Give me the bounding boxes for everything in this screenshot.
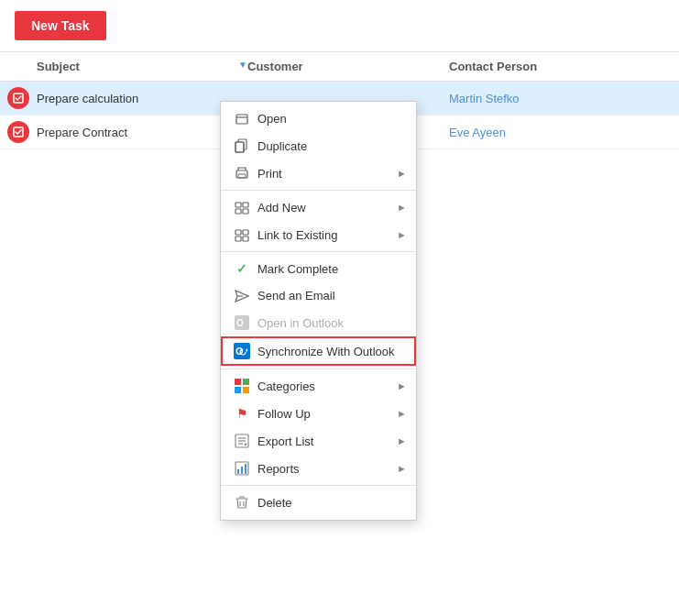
new-task-button[interactable]: New Task <box>15 11 106 40</box>
menu-item-categories[interactable]: Categories ► <box>221 372 416 400</box>
arrow-icon: ► <box>397 168 407 179</box>
menu-label-reports: Reports <box>257 462 300 476</box>
arrow-icon: ► <box>397 463 407 474</box>
row-contact-1: Martin Stefko <box>449 92 679 105</box>
categories-icon <box>234 379 250 393</box>
task-status-icon <box>7 87 29 109</box>
menu-label-delete: Delete <box>257 496 292 510</box>
menu-label-sync-outlook: Synchronize With Outlook <box>257 345 395 358</box>
icon-col-header <box>0 60 37 73</box>
menu-separator <box>221 190 416 191</box>
open-icon <box>234 113 250 126</box>
svg-rect-30 <box>245 464 246 474</box>
arrow-icon: ► <box>397 408 407 419</box>
row-contact-2: Eve Ayeen <box>449 126 679 139</box>
menu-item-print[interactable]: Print ► <box>221 160 416 187</box>
menu-item-mark-complete[interactable]: ✓ Mark Complete <box>221 255 416 282</box>
link-icon <box>234 227 250 242</box>
svg-rect-11 <box>243 209 248 214</box>
arrow-icon: ► <box>397 380 407 391</box>
menu-label-mark-complete: Mark Complete <box>257 262 338 276</box>
arrow-icon: ► <box>397 229 407 240</box>
svg-text:O: O <box>236 318 244 328</box>
svg-rect-29 <box>241 467 243 474</box>
addnew-icon <box>234 200 250 214</box>
export-list-icon <box>234 434 250 448</box>
customer-col-header: Customer <box>247 60 449 73</box>
menu-item-follow-up[interactable]: ⚑ Follow Up ► <box>221 400 416 427</box>
menu-separator <box>221 485 416 486</box>
row-icon-1 <box>0 87 37 109</box>
subject-col-header[interactable]: Subject <box>37 60 247 73</box>
menu-item-open[interactable]: Open <box>221 105 416 132</box>
row-icon-2 <box>0 121 37 143</box>
contact-col-header: Contact Person <box>449 60 679 73</box>
svg-rect-10 <box>235 209 241 214</box>
menu-label-add-new: Add New <box>257 201 306 214</box>
svg-rect-7 <box>238 174 246 178</box>
arrow-icon: ► <box>397 202 407 213</box>
menu-item-delete[interactable]: Delete <box>221 489 416 516</box>
menu-label-send-email: Send an Email <box>257 289 335 302</box>
menu-label-print: Print <box>257 167 282 181</box>
menu-item-duplicate[interactable]: Duplicate <box>221 132 416 160</box>
reports-icon <box>234 461 250 476</box>
menu-separator <box>221 368 416 369</box>
menu-label-follow-up: Follow Up <box>257 407 311 421</box>
arrow-icon: ► <box>397 435 407 446</box>
send-email-icon <box>234 290 250 302</box>
svg-rect-2 <box>236 115 247 124</box>
svg-rect-8 <box>235 203 241 207</box>
duplicate-icon <box>234 138 250 153</box>
menu-item-add-new[interactable]: Add New ► <box>221 193 416 221</box>
menu-label-duplicate: Duplicate <box>257 139 307 153</box>
svg-rect-12 <box>235 230 241 235</box>
row-subject-2: Prepare Contract <box>37 126 247 139</box>
sync-outlook-icon: O <box>234 343 250 359</box>
contact-link-2[interactable]: Eve Ayeen <box>449 126 506 139</box>
top-bar: New Task <box>0 0 679 52</box>
menu-item-link-existing[interactable]: Link to Existing ► <box>221 221 416 248</box>
menu-item-send-email[interactable]: Send an Email <box>221 282 416 309</box>
svg-rect-4 <box>235 142 244 152</box>
svg-rect-9 <box>243 203 248 207</box>
task-status-icon <box>7 121 29 143</box>
row-subject-1: Prepare calculation <box>37 92 247 105</box>
menu-item-sync-outlook[interactable]: O Synchronize With Outlook <box>221 336 416 366</box>
menu-item-open-outlook[interactable]: O Open in Outlook <box>221 309 416 336</box>
menu-item-export-list[interactable]: Export List ► <box>221 427 416 455</box>
print-icon <box>234 166 250 181</box>
check-icon: ✓ <box>234 261 250 276</box>
open-outlook-icon: O <box>234 315 250 330</box>
menu-label-open: Open <box>257 112 287 126</box>
menu-label-open-outlook: Open in Outlook <box>257 316 344 330</box>
svg-rect-15 <box>243 236 248 241</box>
table-header: Subject Customer Contact Person <box>0 52 679 82</box>
svg-rect-13 <box>243 230 248 235</box>
delete-icon <box>234 495 250 510</box>
menu-label-export-list: Export List <box>257 434 313 448</box>
menu-separator <box>221 251 416 252</box>
svg-rect-28 <box>237 469 239 474</box>
context-menu: Open Duplicate Print ► <box>220 101 417 521</box>
menu-label-link-existing: Link to Existing <box>257 228 337 242</box>
menu-label-categories: Categories <box>257 380 315 393</box>
menu-item-reports[interactable]: Reports ► <box>221 455 416 482</box>
followup-icon: ⚑ <box>234 406 250 421</box>
contact-link-1[interactable]: Martin Stefko <box>449 92 520 105</box>
svg-rect-14 <box>235 236 241 241</box>
